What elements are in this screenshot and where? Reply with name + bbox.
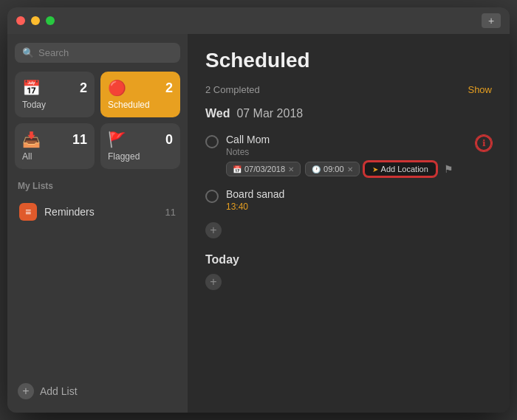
search-input[interactable] — [38, 47, 173, 58]
scheduled-count: 2 — [165, 80, 173, 96]
search-bar[interactable]: 🔍 — [15, 43, 180, 63]
completed-bar: 2 Completed Show — [205, 84, 492, 95]
maximize-button[interactable] — [46, 16, 55, 25]
completed-text: 2 Completed — [205, 84, 260, 95]
today-count: 2 — [80, 80, 87, 96]
add-list-label: Add List — [40, 385, 78, 397]
date-tag-remove[interactable]: ✕ — [288, 165, 294, 173]
task-info-button-call-mom[interactable]: ℹ — [476, 135, 492, 151]
wed-section-header: Wed 07 Mar 2018 — [205, 107, 492, 120]
add-task-button-wed[interactable]: + — [205, 222, 222, 238]
scheduled-icon: 🔴 — [108, 79, 126, 97]
traffic-lights — [16, 16, 55, 25]
add-task-button-today[interactable]: + — [205, 274, 222, 290]
sidebar-item-scheduled[interactable]: 🔴 2 Scheduled — [100, 72, 180, 117]
sidebar: 🔍 📅 2 Today 🔴 2 — [7, 34, 188, 413]
sidebar-item-all[interactable]: 📥 11 All — [15, 123, 95, 169]
close-button[interactable] — [16, 16, 25, 25]
task-content-board-sanad: Board sanad 13:40 — [226, 188, 492, 212]
add-location-label: Add Location — [381, 165, 428, 173]
my-lists-label: My Lists — [15, 181, 180, 191]
today-icon: 📅 — [22, 79, 41, 97]
search-icon: 🔍 — [22, 47, 34, 58]
task-name-call-mom: Call Mom — [226, 134, 468, 145]
today-date: Today — [205, 253, 492, 266]
reminders-label: Reminders — [44, 206, 158, 218]
task-checkbox-call-mom[interactable] — [205, 135, 219, 148]
task-call-mom: Call Mom Notes 📅 07/03/2018 ✕ 🕐 09:00 ✕ — [205, 128, 492, 182]
task-notes-call-mom: Notes — [226, 147, 468, 157]
date-tag-value: 07/03/2018 — [244, 165, 285, 173]
flagged-icon: 🚩 — [108, 131, 126, 148]
add-list-button[interactable]: + Add List — [15, 379, 180, 404]
all-count: 11 — [72, 132, 87, 148]
task-tags-call-mom: 📅 07/03/2018 ✕ 🕐 09:00 ✕ ➤ Add Location — [226, 162, 468, 176]
scheduled-label: Scheduled — [108, 100, 173, 110]
location-icon: ➤ — [372, 165, 378, 173]
all-label: All — [22, 151, 87, 162]
today-section: Today + — [205, 253, 492, 290]
task-time-board-sanad: 13:40 — [226, 202, 492, 212]
wed-normal: 07 Mar 2018 — [236, 107, 303, 120]
flagged-count: 0 — [165, 132, 173, 148]
today-bold: Today — [205, 253, 239, 266]
task-content-call-mom: Call Mom Notes 📅 07/03/2018 ✕ 🕐 09:00 ✕ — [226, 134, 468, 176]
main-content: Scheduled 2 Completed Show Wed 07 Mar 20… — [188, 34, 510, 413]
time-tag-remove[interactable]: ✕ — [347, 165, 353, 173]
wed-date: Wed 07 Mar 2018 — [205, 107, 492, 120]
clock-icon: 🕐 — [312, 165, 321, 173]
app-window: + 🔍 📅 2 Today — [7, 7, 510, 413]
all-icon: 📥 — [22, 131, 41, 148]
time-tag[interactable]: 🕐 09:00 ✕ — [305, 162, 360, 176]
minimize-button[interactable] — [31, 16, 40, 25]
reminders-icon: ≡ — [19, 203, 37, 221]
date-tag[interactable]: 📅 07/03/2018 ✕ — [226, 162, 301, 176]
sidebar-item-flagged[interactable]: 🚩 0 Flagged — [100, 123, 180, 169]
reminders-count: 11 — [165, 207, 176, 218]
flag-button-call-mom[interactable]: ⚑ — [444, 163, 453, 175]
add-location-button[interactable]: ➤ Add Location — [364, 162, 436, 176]
show-button[interactable]: Show — [468, 84, 492, 95]
time-tag-value: 09:00 — [323, 165, 344, 173]
task-checkbox-board-sanad[interactable] — [205, 190, 219, 203]
page-title: Scheduled — [205, 49, 492, 72]
sidebar-item-reminders[interactable]: ≡ Reminders 11 — [15, 197, 180, 227]
add-button[interactable]: + — [482, 13, 501, 28]
calendar-icon: 📅 — [233, 165, 242, 173]
titlebar: + — [7, 7, 510, 34]
sidebar-item-today[interactable]: 📅 2 Today — [15, 72, 95, 117]
flagged-label: Flagged — [108, 151, 173, 162]
add-list-icon: + — [18, 383, 34, 399]
task-board-sanad: Board sanad 13:40 — [205, 182, 492, 218]
content-area: 🔍 📅 2 Today 🔴 2 — [7, 34, 510, 413]
wed-bold: Wed — [205, 107, 230, 120]
sidebar-footer: + Add List — [15, 371, 180, 404]
smart-lists: 📅 2 Today 🔴 2 Scheduled 📥 — [15, 72, 180, 169]
today-label: Today — [22, 100, 87, 110]
task-name-board-sanad: Board sanad — [226, 188, 492, 200]
